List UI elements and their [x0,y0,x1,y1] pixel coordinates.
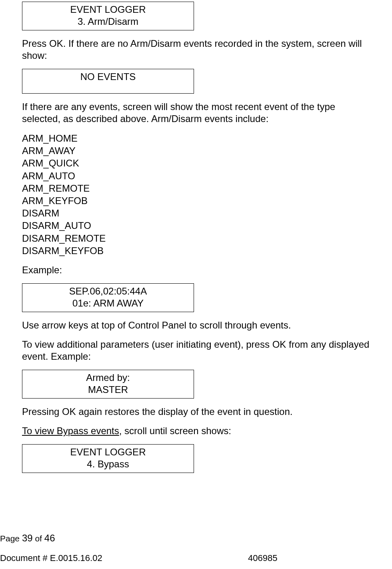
paragraph: Pressing OK again restores the display o… [22,406,370,418]
display-line: 3. Arm/Disarm [22,16,194,28]
document-code: 406985 [248,553,277,564]
display-line: 01e: ARM AWAY [22,297,194,309]
page-current: 39 [22,533,33,543]
example-label: Example: [22,264,370,276]
list-item: ARM_HOME [22,132,370,144]
display-box-no-events: NO EVENTS [22,69,194,94]
list-item: DISARM_REMOTE [22,232,370,244]
display-line: EVENT LOGGER [22,4,194,16]
event-type-list: ARM_HOME ARM_AWAY ARM_QUICK ARM_AUTO ARM… [22,132,370,257]
paragraph-bypass-instruction: To view Bypass events, scroll until scre… [22,425,370,437]
display-box-event-example: SEP.06,02:05:44A 01e: ARM AWAY [22,283,194,312]
document-number: Document # E.0015.16.02 [0,553,102,563]
list-item: ARM_AUTO [22,170,370,182]
list-item: DISARM_KEYFOB [22,244,370,257]
page-total: 46 [44,533,55,543]
list-item: ARM_KEYFOB [22,194,370,207]
list-item: DISARM_AUTO [22,219,370,232]
list-item: ARM_REMOTE [22,182,370,194]
page-label: Page [0,534,22,543]
list-item: ARM_AWAY [22,144,370,157]
display-line: 4. Bypass [22,458,194,470]
paragraph: If there are any events, screen will sho… [22,101,370,125]
display-box-armed-by: Armed by: MASTER [22,370,194,399]
display-line: EVENT LOGGER [22,446,194,458]
display-box-event-logger-4: EVENT LOGGER 4. Bypass [22,444,194,473]
text: , scroll until screen shows: [119,425,231,436]
list-item: DISARM [22,207,370,219]
page-footer-pagination: Page 39 of 46 [0,532,55,544]
page-footer-document: Document # E.0015.16.02 406985 [0,553,392,564]
page-of-label: of [33,534,44,543]
display-line: SEP.06,02:05:44A [22,285,194,297]
display-line: Armed by: [22,372,194,384]
display-box-event-logger-3: EVENT LOGGER 3. Arm/Disarm [22,2,194,30]
paragraph: Use arrow keys at top of Control Panel t… [22,319,370,331]
underlined-text: To view Bypass events [22,425,119,436]
display-line: NO EVENTS [22,71,194,83]
paragraph: To view additional parameters (user init… [22,339,370,363]
paragraph: Press OK. If there are no Arm/Disarm eve… [22,38,370,62]
list-item: ARM_QUICK [22,157,370,169]
display-line: MASTER [22,384,194,396]
